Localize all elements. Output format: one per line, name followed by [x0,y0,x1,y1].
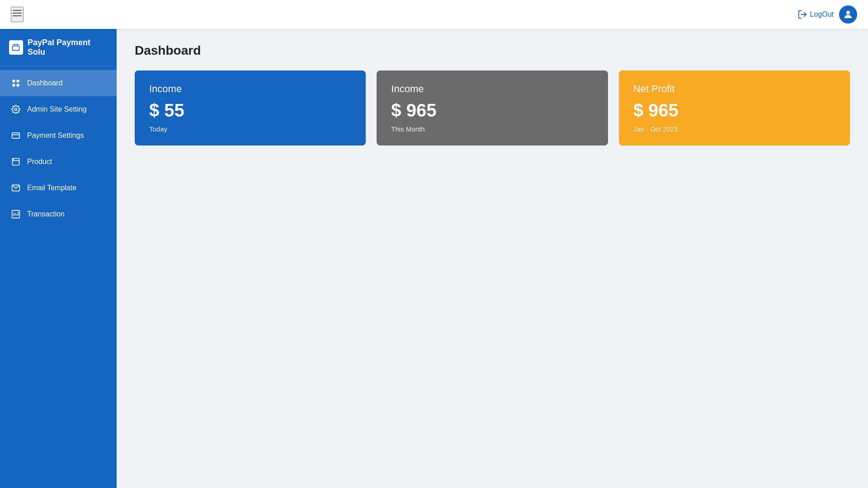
brand-icon [9,40,23,55]
card-icon [11,131,21,141]
sidebar-item-label: Payment Settings [27,131,84,140]
card-net-profit: Net Profit $ 965 Jan - Oct 2023 [619,70,850,145]
logout-button[interactable]: LogOut [797,9,834,19]
gear-icon [11,104,21,114]
card-amount-net-profit: $ 965 [633,100,835,121]
sidebar-item-label: Transaction [27,210,65,218]
card-label-income-today: Income [149,83,351,95]
sidebar-brand: PayPal Payment Solu [0,29,117,66]
sidebar-item-label: Admin Site Setting [27,105,87,113]
sidebar-item-label: Product [27,158,52,166]
svg-rect-8 [17,84,19,87]
svg-rect-6 [17,80,19,83]
card-period-income-month: This Month [391,125,593,133]
sidebar-item-transaction[interactable]: Transaction [0,201,117,227]
cards-row: Income $ 55 Today Income $ 965 This Mont… [135,70,850,145]
card-period-income-today: Today [149,125,351,133]
page-title: Dashboard [135,43,850,58]
header-left [11,7,24,22]
layout: PayPal Payment Solu Dashboard [0,29,868,488]
svg-rect-10 [12,133,20,138]
card-income-today: Income $ 55 Today [135,70,366,145]
svg-point-4 [846,11,850,14]
card-income-month: Income $ 965 This Month [377,70,608,145]
hamburger-button[interactable] [11,7,24,22]
card-amount-income-today: $ 55 [149,100,351,121]
envelope-icon [11,183,21,193]
svg-point-9 [15,108,17,111]
header-right: LogOut [797,5,857,23]
svg-rect-7 [13,84,15,87]
chart-icon [11,209,21,219]
card-label-net-profit: Net Profit [633,83,835,95]
card-period-net-profit: Jan - Oct 2023 [633,125,835,133]
header: LogOut [0,0,868,29]
sidebar-item-label: Dashboard [27,79,62,87]
sidebar: PayPal Payment Solu Dashboard [0,29,117,488]
logout-icon [797,9,807,19]
sidebar-nav: Dashboard Admin Site Setting [0,66,117,227]
dashboard-icon [11,78,21,88]
logout-label: LogOut [810,10,834,19]
sidebar-item-payment-settings[interactable]: Payment Settings [0,122,117,149]
sidebar-item-product[interactable]: Product [0,149,117,175]
svg-rect-5 [13,80,15,83]
sidebar-item-dashboard[interactable]: Dashboard [0,70,117,96]
card-amount-income-month: $ 965 [391,100,593,121]
avatar[interactable] [839,5,857,23]
sidebar-item-admin-site-setting[interactable]: Admin Site Setting [0,96,117,122]
main-content: Dashboard Income $ 55 Today Income $ 965… [117,29,868,488]
box-icon [11,157,21,167]
brand-name: PayPal Payment Solu [28,38,108,57]
sidebar-item-email-template[interactable]: Email Template [0,175,117,201]
card-label-income-month: Income [391,83,593,95]
svg-rect-16 [12,211,20,218]
sidebar-item-label: Email Template [27,184,76,192]
